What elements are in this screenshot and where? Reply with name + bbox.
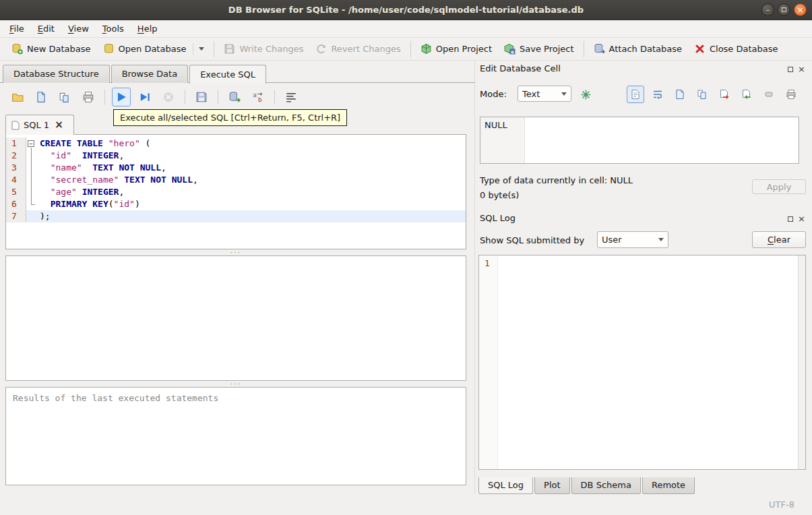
new-database-button[interactable]: New Database	[5, 40, 97, 58]
minimize-icon[interactable]: –	[761, 3, 774, 16]
code-line-1[interactable]: 1−CREATE TABLE "hero" (	[6, 138, 466, 150]
menubar: File Edit View Tools Help	[0, 20, 812, 38]
tab-plot[interactable]: Plot	[534, 477, 570, 494]
close-dock-icon[interactable]: ×	[798, 214, 805, 223]
code-text[interactable]: "secret_name" TEXT NOT NULL,	[37, 174, 466, 186]
fold-marker-icon[interactable]: −	[26, 138, 37, 150]
code-text[interactable]: "name" TEXT NOT NULL,	[37, 162, 466, 174]
code-text[interactable]: PRIMARY KEY("id")	[37, 198, 466, 210]
format-sql-icon[interactable]	[282, 88, 301, 107]
database-close-icon	[694, 43, 706, 55]
code-line-3[interactable]: 3 "name" TEXT NOT NULL,	[6, 162, 466, 174]
execute-all-icon[interactable]	[112, 88, 131, 107]
float-dock-icon[interactable]	[788, 67, 793, 72]
print-cell-icon[interactable]	[782, 86, 800, 103]
write-changes-label: Write Changes	[239, 44, 303, 54]
import-icon[interactable]	[738, 86, 755, 103]
stop-icon	[159, 88, 178, 107]
log-filter-combobox[interactable]: User	[597, 231, 668, 248]
code-text[interactable]: );	[37, 210, 466, 222]
sql-editor[interactable]: 1−CREATE TABLE "hero" (2 "id" INTEGER,3 …	[5, 134, 466, 249]
sql-log-area[interactable]: 1	[478, 255, 806, 470]
code-line-5[interactable]: 5 "age" INTEGER,	[6, 186, 466, 198]
code-text[interactable]: "id" INTEGER,	[37, 150, 466, 162]
code-text[interactable]: "age" INTEGER,	[37, 186, 466, 198]
tab-sql-log[interactable]: SQL Log	[478, 477, 533, 494]
mode-label: Mode:	[480, 89, 507, 99]
menu-edit[interactable]: Edit	[31, 21, 61, 36]
save-sql-file-icon[interactable]	[32, 88, 51, 107]
close-tab-icon[interactable]: ×	[55, 120, 63, 130]
mode-combobox[interactable]: Text	[518, 86, 571, 102]
code-line-6[interactable]: 6 PRIMARY KEY("id")	[6, 198, 466, 210]
open-project-button[interactable]: Open Project	[414, 40, 498, 58]
open-sql-file-icon[interactable]	[8, 88, 27, 107]
line-number: 1	[6, 138, 26, 150]
results-message-pane[interactable]: Results of the last executed statements	[5, 387, 466, 485]
tab-execute-sql[interactable]: Execute SQL	[189, 65, 266, 84]
menu-view[interactable]: View	[61, 21, 96, 36]
tab-browse-data[interactable]: Browse Data	[111, 65, 189, 83]
open-database-dropdown-icon[interactable]	[199, 47, 204, 51]
menu-help[interactable]: Help	[131, 21, 164, 36]
auto-switch-mode-icon[interactable]	[577, 86, 594, 103]
mode-value: Text	[522, 89, 556, 99]
execute-current-line-icon[interactable]	[135, 88, 154, 107]
find-replace-icon[interactable]: ab	[249, 88, 268, 107]
open-external-icon[interactable]	[671, 86, 689, 103]
attach-database-button[interactable]: Attach Database	[588, 40, 688, 58]
results-grid[interactable]	[5, 255, 466, 381]
svg-text:a: a	[253, 92, 257, 98]
open-database-button[interactable]: Open Database	[97, 40, 211, 59]
line-number: 7	[6, 210, 26, 222]
code-text[interactable]: CREATE TABLE "hero" (	[37, 138, 466, 150]
svg-text:b: b	[258, 96, 262, 103]
cell-value-body[interactable]	[525, 117, 799, 163]
cell-editor-toolbar	[627, 86, 800, 103]
float-dock-icon[interactable]	[788, 216, 793, 222]
tab-db-schema[interactable]: DB Schema	[571, 477, 641, 494]
maximize-icon[interactable]	[778, 3, 790, 16]
toolbar-separator	[185, 90, 185, 104]
line-number: 3	[6, 162, 26, 174]
close-database-button[interactable]: Close Database	[688, 40, 784, 58]
log-line-number: 1	[479, 255, 498, 469]
set-null-icon[interactable]	[760, 86, 778, 103]
execute-tooltip: Execute all/selected SQL [Ctrl+Return, F…	[113, 109, 347, 126]
revert-changes-icon	[315, 43, 327, 55]
tab-remote[interactable]: Remote	[642, 477, 695, 494]
cell-value-editor[interactable]: NULL	[480, 117, 799, 164]
log-scrollbar[interactable]	[798, 255, 805, 469]
text-mode-icon[interactable]	[627, 86, 644, 103]
menu-file[interactable]: File	[3, 21, 31, 36]
clear-button[interactable]: Clear	[752, 231, 806, 248]
copy-icon[interactable]	[693, 86, 711, 103]
print-sql-icon[interactable]	[79, 88, 98, 107]
cell-type-text: Type of data currently in cell: NULL	[480, 175, 633, 185]
splitter-handle[interactable]: ···	[5, 381, 466, 387]
code-line-2[interactable]: 2 "id" INTEGER,	[6, 150, 466, 162]
save-project-button[interactable]: Save Project	[498, 40, 580, 58]
fold-margin	[26, 162, 37, 174]
tab-database-structure[interactable]: Database Structure	[3, 65, 110, 83]
menu-tools[interactable]: Tools	[96, 21, 131, 36]
save-sql-as-icon[interactable]	[55, 88, 74, 107]
close-icon[interactable]: ×	[794, 3, 807, 16]
export-icon[interactable]	[716, 86, 733, 103]
open-database-label: Open Database	[119, 44, 187, 54]
save-results-icon[interactable]	[192, 88, 211, 107]
fold-margin	[26, 186, 37, 198]
close-dock-icon[interactable]: ×	[798, 65, 805, 73]
sql-file-tab[interactable]: SQL 1 ×	[5, 115, 74, 135]
log-content[interactable]	[498, 255, 798, 469]
new-database-label: New Database	[27, 44, 91, 54]
splitter-handle[interactable]: ···	[5, 249, 466, 255]
word-wrap-icon[interactable]	[649, 86, 666, 103]
encoding-indicator[interactable]: UTF-8	[769, 499, 794, 510]
database-attach-icon	[594, 43, 605, 55]
export-sql-icon[interactable]	[225, 88, 244, 107]
titlebar[interactable]: DB Browser for SQLite - /home/user/code/…	[0, 0, 812, 20]
dock-divider[interactable]	[474, 61, 475, 493]
code-line-7[interactable]: 7);	[6, 210, 466, 222]
code-line-4[interactable]: 4 "secret_name" TEXT NOT NULL,	[6, 174, 466, 186]
